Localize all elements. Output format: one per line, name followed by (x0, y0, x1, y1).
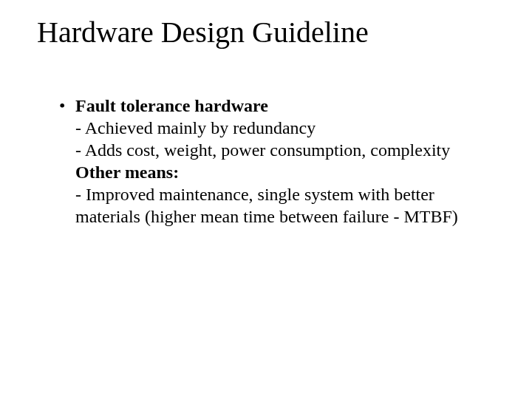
slide-title: Hardware Design Guideline (37, 15, 495, 50)
bullet-heading-2: Other means: (75, 161, 495, 183)
bullet-heading-1: Fault tolerance hardware (75, 95, 495, 117)
bullet-item: • Fault tolerance hardware - Achieved ma… (59, 95, 495, 228)
slide: Hardware Design Guideline • Fault tolera… (0, 0, 532, 399)
bullet-marker: • (59, 95, 75, 117)
bullet-line-3: - Improved maintenance, single system wi… (75, 183, 495, 228)
bullet-line-1: - Achieved mainly by redundancy (75, 117, 495, 139)
slide-body: • Fault tolerance hardware - Achieved ma… (37, 95, 495, 228)
bullet-content: Fault tolerance hardware - Achieved main… (75, 95, 495, 228)
bullet-line-2: - Adds cost, weight, power consumption, … (75, 139, 495, 161)
